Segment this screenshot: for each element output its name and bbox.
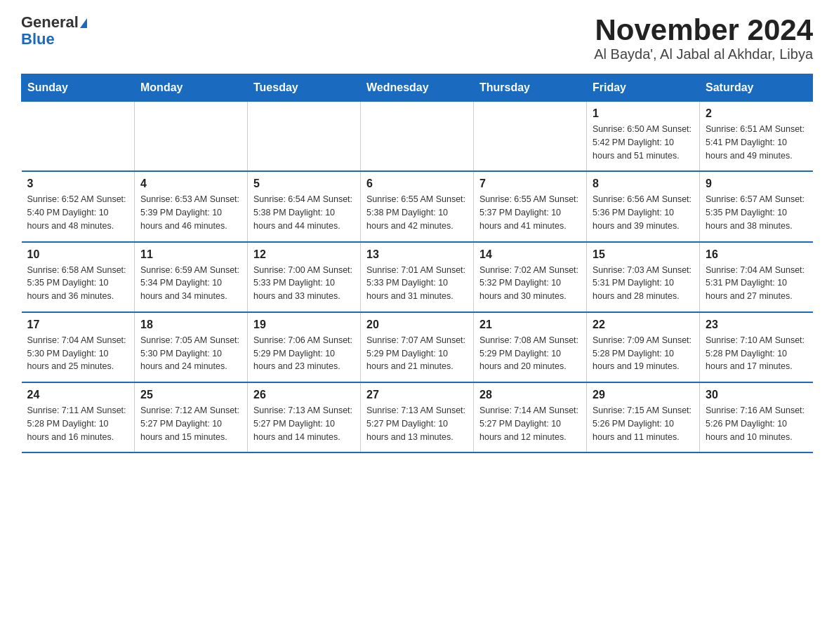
title-block: November 2024 Al Bayda', Al Jabal al Akh…	[594, 14, 813, 62]
calendar-cell	[248, 102, 361, 172]
logo-general-line: General	[21, 14, 87, 31]
day-number: 26	[253, 389, 355, 401]
day-number: 19	[253, 318, 355, 331]
calendar-cell: 13Sunrise: 7:01 AM Sunset: 5:33 PM Dayli…	[361, 242, 474, 312]
calendar-cell: 29Sunrise: 7:15 AM Sunset: 5:26 PM Dayli…	[587, 382, 700, 452]
day-number: 23	[706, 318, 807, 331]
day-info: Sunrise: 7:04 AM Sunset: 5:30 PM Dayligh…	[27, 334, 129, 373]
day-number: 10	[27, 248, 129, 261]
calendar-cell: 8Sunrise: 6:56 AM Sunset: 5:36 PM Daylig…	[587, 171, 700, 241]
day-info: Sunrise: 6:55 AM Sunset: 5:37 PM Dayligh…	[479, 193, 581, 232]
day-info: Sunrise: 7:13 AM Sunset: 5:27 PM Dayligh…	[253, 404, 355, 443]
day-info: Sunrise: 7:00 AM Sunset: 5:33 PM Dayligh…	[253, 264, 355, 303]
day-info: Sunrise: 6:53 AM Sunset: 5:39 PM Dayligh…	[140, 193, 241, 232]
day-info: Sunrise: 7:15 AM Sunset: 5:26 PM Dayligh…	[593, 404, 694, 443]
day-info: Sunrise: 7:12 AM Sunset: 5:27 PM Dayligh…	[140, 404, 241, 443]
calendar-cell: 16Sunrise: 7:04 AM Sunset: 5:31 PM Dayli…	[700, 242, 813, 312]
calendar-cell: 30Sunrise: 7:16 AM Sunset: 5:26 PM Dayli…	[700, 382, 813, 452]
logo-blue-text: Blue	[21, 31, 55, 48]
calendar-cell	[135, 102, 248, 172]
day-info: Sunrise: 6:55 AM Sunset: 5:38 PM Dayligh…	[366, 193, 468, 232]
day-number: 7	[479, 177, 581, 190]
calendar-cell: 11Sunrise: 6:59 AM Sunset: 5:34 PM Dayli…	[135, 242, 248, 312]
day-number: 16	[706, 248, 807, 261]
day-info: Sunrise: 7:14 AM Sunset: 5:27 PM Dayligh…	[479, 404, 581, 443]
day-number: 5	[253, 177, 355, 190]
weekday-header-row: SundayMondayTuesdayWednesdayThursdayFrid…	[22, 74, 813, 102]
day-number: 2	[706, 107, 807, 120]
calendar-table: SundayMondayTuesdayWednesdayThursdayFrid…	[21, 74, 813, 453]
week-row-2: 3Sunrise: 6:52 AM Sunset: 5:40 PM Daylig…	[22, 171, 813, 241]
calendar-cell: 15Sunrise: 7:03 AM Sunset: 5:31 PM Dayli…	[587, 242, 700, 312]
day-info: Sunrise: 7:02 AM Sunset: 5:32 PM Dayligh…	[479, 264, 581, 303]
calendar-cell: 14Sunrise: 7:02 AM Sunset: 5:32 PM Dayli…	[474, 242, 587, 312]
calendar-cell: 20Sunrise: 7:07 AM Sunset: 5:29 PM Dayli…	[361, 312, 474, 382]
day-number: 28	[479, 389, 581, 401]
weekday-header-tuesday: Tuesday	[248, 74, 361, 102]
logo-triangle-icon	[80, 18, 87, 28]
calendar-cell: 22Sunrise: 7:09 AM Sunset: 5:28 PM Dayli…	[587, 312, 700, 382]
day-info: Sunrise: 6:52 AM Sunset: 5:40 PM Dayligh…	[27, 193, 129, 232]
calendar-cell: 6Sunrise: 6:55 AM Sunset: 5:38 PM Daylig…	[361, 171, 474, 241]
calendar-cell: 3Sunrise: 6:52 AM Sunset: 5:40 PM Daylig…	[22, 171, 135, 241]
calendar-subtitle: Al Bayda', Al Jabal al Akhdar, Libya	[594, 46, 813, 62]
day-info: Sunrise: 6:56 AM Sunset: 5:36 PM Dayligh…	[593, 193, 694, 232]
day-info: Sunrise: 7:07 AM Sunset: 5:29 PM Dayligh…	[366, 334, 468, 373]
day-info: Sunrise: 7:05 AM Sunset: 5:30 PM Dayligh…	[140, 334, 241, 373]
calendar-cell: 1Sunrise: 6:50 AM Sunset: 5:42 PM Daylig…	[587, 102, 700, 172]
day-number: 24	[27, 389, 129, 401]
week-row-1: 1Sunrise: 6:50 AM Sunset: 5:42 PM Daylig…	[22, 102, 813, 172]
day-info: Sunrise: 6:51 AM Sunset: 5:41 PM Dayligh…	[706, 123, 807, 162]
weekday-header-saturday: Saturday	[700, 74, 813, 102]
day-info: Sunrise: 7:13 AM Sunset: 5:27 PM Dayligh…	[366, 404, 468, 443]
calendar-cell: 17Sunrise: 7:04 AM Sunset: 5:30 PM Dayli…	[22, 312, 135, 382]
day-number: 3	[27, 177, 129, 190]
day-number: 25	[140, 389, 241, 401]
day-info: Sunrise: 7:03 AM Sunset: 5:31 PM Dayligh…	[593, 264, 694, 303]
weekday-header-monday: Monday	[135, 74, 248, 102]
calendar-cell: 18Sunrise: 7:05 AM Sunset: 5:30 PM Dayli…	[135, 312, 248, 382]
week-row-3: 10Sunrise: 6:58 AM Sunset: 5:35 PM Dayli…	[22, 242, 813, 312]
calendar-cell: 26Sunrise: 7:13 AM Sunset: 5:27 PM Dayli…	[248, 382, 361, 452]
calendar-cell: 25Sunrise: 7:12 AM Sunset: 5:27 PM Dayli…	[135, 382, 248, 452]
day-number: 15	[593, 248, 694, 261]
day-info: Sunrise: 7:08 AM Sunset: 5:29 PM Dayligh…	[479, 334, 581, 373]
calendar-cell	[361, 102, 474, 172]
day-info: Sunrise: 6:50 AM Sunset: 5:42 PM Dayligh…	[593, 123, 694, 162]
day-number: 13	[366, 248, 468, 261]
day-number: 8	[593, 177, 694, 190]
calendar-cell: 2Sunrise: 6:51 AM Sunset: 5:41 PM Daylig…	[700, 102, 813, 172]
calendar-cell: 19Sunrise: 7:06 AM Sunset: 5:29 PM Dayli…	[248, 312, 361, 382]
day-number: 9	[706, 177, 807, 190]
day-info: Sunrise: 7:16 AM Sunset: 5:26 PM Dayligh…	[706, 404, 807, 443]
day-info: Sunrise: 7:10 AM Sunset: 5:28 PM Dayligh…	[706, 334, 807, 373]
logo-general-text: General	[21, 13, 79, 31]
day-number: 12	[253, 248, 355, 261]
day-info: Sunrise: 6:54 AM Sunset: 5:38 PM Dayligh…	[253, 193, 355, 232]
day-number: 18	[140, 318, 241, 331]
day-number: 30	[706, 389, 807, 401]
weekday-header-sunday: Sunday	[22, 74, 135, 102]
day-number: 21	[479, 318, 581, 331]
calendar-cell: 24Sunrise: 7:11 AM Sunset: 5:28 PM Dayli…	[22, 382, 135, 452]
day-info: Sunrise: 7:06 AM Sunset: 5:29 PM Dayligh…	[253, 334, 355, 373]
day-info: Sunrise: 7:01 AM Sunset: 5:33 PM Dayligh…	[366, 264, 468, 303]
week-row-5: 24Sunrise: 7:11 AM Sunset: 5:28 PM Dayli…	[22, 382, 813, 452]
day-info: Sunrise: 6:59 AM Sunset: 5:34 PM Dayligh…	[140, 264, 241, 303]
day-info: Sunrise: 7:09 AM Sunset: 5:28 PM Dayligh…	[593, 334, 694, 373]
calendar-cell: 5Sunrise: 6:54 AM Sunset: 5:38 PM Daylig…	[248, 171, 361, 241]
calendar-cell: 23Sunrise: 7:10 AM Sunset: 5:28 PM Dayli…	[700, 312, 813, 382]
day-number: 17	[27, 318, 129, 331]
weekday-header-thursday: Thursday	[474, 74, 587, 102]
day-info: Sunrise: 6:57 AM Sunset: 5:35 PM Dayligh…	[706, 193, 807, 232]
day-number: 14	[479, 248, 581, 261]
day-number: 11	[140, 248, 241, 261]
day-number: 27	[366, 389, 468, 401]
day-number: 29	[593, 389, 694, 401]
calendar-cell: 28Sunrise: 7:14 AM Sunset: 5:27 PM Dayli…	[474, 382, 587, 452]
calendar-cell: 12Sunrise: 7:00 AM Sunset: 5:33 PM Dayli…	[248, 242, 361, 312]
calendar-title: November 2024	[594, 14, 813, 46]
weekday-header-wednesday: Wednesday	[361, 74, 474, 102]
calendar-cell: 27Sunrise: 7:13 AM Sunset: 5:27 PM Dayli…	[361, 382, 474, 452]
calendar-cell: 21Sunrise: 7:08 AM Sunset: 5:29 PM Dayli…	[474, 312, 587, 382]
